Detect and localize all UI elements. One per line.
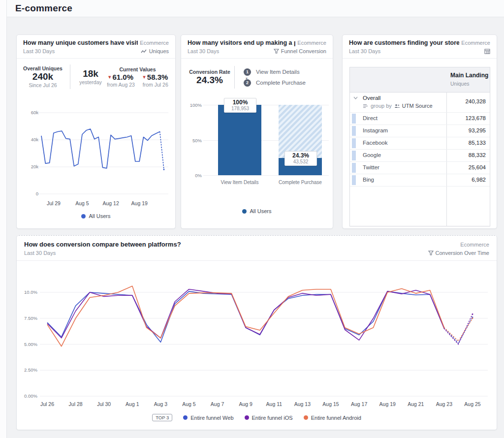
legend-dot-icon <box>183 415 188 420</box>
card-unique-visitors: How many unique customers have visited .… <box>16 34 176 229</box>
card-title[interactable]: How does conversion compare between plat… <box>24 241 181 248</box>
table-row[interactable]: Google88,332 <box>350 150 490 162</box>
card-source-link[interactable]: Ecommerce <box>297 40 326 46</box>
y-axis-tick: 50% <box>185 137 202 143</box>
legend-label: Entire funnel iOS <box>252 415 293 421</box>
legend-dot-icon <box>304 415 308 420</box>
card-header: How many visitors end up making a purcha… <box>181 35 333 59</box>
table-cell-value: 85,133 <box>469 140 486 146</box>
row-color-swatch <box>352 175 356 185</box>
table-row[interactable]: Facebook85,133 <box>350 137 490 150</box>
legend-item[interactable]: All Users <box>242 208 271 214</box>
x-axis-tick: Aug 19 <box>379 401 396 407</box>
current-values-label: Current Values <box>119 66 156 72</box>
y-axis-tick: 2.50% <box>24 367 37 373</box>
series-line-projected <box>444 317 472 344</box>
card-title[interactable]: How are customers finding your store? <box>349 39 459 46</box>
people-icon <box>394 104 400 108</box>
legend-item[interactable]: All Users <box>81 213 110 219</box>
chart-legend: TOP 3Entire funnel WebEntire funnel iOSE… <box>17 414 497 421</box>
table-row[interactable]: Direct123,678 <box>350 113 490 125</box>
table-row[interactable]: Bing6,982 <box>350 174 490 187</box>
card-source-link[interactable]: Ecommerce <box>460 242 489 248</box>
funnel-step-2: 2 Complete Purchase <box>244 79 306 87</box>
card-header: How many unique customers have visited .… <box>17 35 175 59</box>
legend-dot-icon <box>242 209 247 214</box>
table-cell-name: Instagram <box>363 127 388 133</box>
x-axis-tick: Aug 15 <box>322 401 339 407</box>
series-end-dot <box>472 313 473 315</box>
y-axis-tick: 10.0% <box>24 289 37 295</box>
card-traffic-sources: How are customers finding your store? Ec… <box>342 34 497 229</box>
overall-label: Overall <box>363 95 380 101</box>
legend-item[interactable]: Entire funnel Web <box>183 415 233 421</box>
chart-type-label: Uniques <box>149 48 169 54</box>
legend-dot-icon <box>81 214 86 219</box>
date-range-label: Last 30 Days <box>23 48 55 54</box>
arrow-down-icon: ▾ <box>108 74 111 80</box>
x-axis-tick: Aug 25 <box>464 401 480 407</box>
table-row-overall[interactable]: Overall group by UTM Source 240,328 <box>350 93 490 113</box>
card-title[interactable]: How many unique customers have visited .… <box>23 39 138 46</box>
series-line <box>47 289 444 340</box>
x-axis-tick: Aug 1 <box>126 401 139 407</box>
y-axis-tick: 0 <box>36 191 38 196</box>
x-axis-tick: Aug 3 <box>154 401 168 407</box>
x-axis-tick: View Item Details <box>210 180 269 185</box>
row-color-swatch <box>352 138 356 148</box>
table-row[interactable]: Instagram93,295 <box>350 125 490 137</box>
funnel-icon <box>274 49 279 54</box>
x-axis-tick: Aug 17 <box>351 401 367 407</box>
overall-uniques-sub: Since Jul 26 <box>29 82 57 88</box>
card-source-link[interactable]: Ecommerce <box>140 40 169 46</box>
conversion-line-chart[interactable]: 0.00%2.50%5.00%7.50%10.0%Jul 26Jul 28Jul… <box>22 277 492 411</box>
table-cell-value: 123,678 <box>465 115 486 121</box>
legend-item[interactable]: Entire funnel iOS <box>245 415 293 421</box>
card-title[interactable]: How many visitors end up making a purcha… <box>188 39 295 46</box>
card-source-link[interactable]: Ecommerce <box>461 40 490 46</box>
chart-type-label: Conversion Over Time <box>436 250 489 256</box>
x-axis-tick: Aug 5 <box>75 200 89 206</box>
column-header-main: Main Landing <box>450 72 488 79</box>
stats-row: Conversion Rate 24.3% 1 View Item Detail… <box>181 59 333 93</box>
table-row[interactable]: Twitter25,604 <box>350 162 490 174</box>
overall-uniques-value: 240k <box>32 71 53 82</box>
legend-label: All Users <box>250 208 271 214</box>
funnel-bar-chart[interactable]: 0%50%100%100%178,953View Item Details24.… <box>188 105 326 175</box>
stats-row: Overall Uniques 240k Since Jul 26 18k ye… <box>17 59 175 93</box>
card-header: How does conversion compare between plat… <box>17 236 497 261</box>
series-line-projected <box>444 318 472 341</box>
legend-label: Entire funnel Android <box>311 415 361 421</box>
series-line <box>47 286 444 346</box>
series-end-dot <box>472 317 473 319</box>
funnel-steps: 1 View Item Details ▾ 2 Complete Purchas… <box>244 68 306 87</box>
y-axis-tick: 20k <box>31 164 39 169</box>
topbar: E-commerce <box>7 0 504 17</box>
conversion-rate-label: Conversion Rate <box>189 69 230 75</box>
series-end-dot <box>163 169 165 170</box>
chevron-down-icon[interactable] <box>353 96 358 99</box>
y-axis-tick: 60k <box>31 110 39 115</box>
x-axis-tick: Aug 21 <box>408 401 424 407</box>
series-line-projected <box>160 132 164 170</box>
table-column-header: Main Landing Uniques <box>350 67 490 93</box>
yesterday-label: yesterday <box>79 79 102 85</box>
conversion-rate-value: 24.3% <box>196 75 223 86</box>
uniques-line-chart[interactable]: 020k40k60kJul 29Aug 5Aug 12Aug 19 <box>20 104 172 210</box>
y-axis-tick: 0.00% <box>24 393 37 399</box>
x-axis-tick: Aug 9 <box>239 401 252 407</box>
table-cell-name: Bing <box>363 177 374 183</box>
x-axis-tick: Aug 19 <box>131 200 148 206</box>
top3-badge[interactable]: TOP 3 <box>152 414 172 421</box>
legend-item[interactable]: Entire funnel Android <box>304 415 361 421</box>
group-by-label: group by <box>371 103 392 109</box>
sidebar-strip <box>0 0 7 438</box>
x-axis-tick: Aug 7 <box>211 401 224 407</box>
yesterday-value: 18k <box>83 68 98 79</box>
funnel-bar[interactable] <box>218 105 261 175</box>
table-cell-value: 93,295 <box>469 127 486 133</box>
x-axis-tick: Aug 23 <box>436 401 452 407</box>
chart-legend: All Users <box>17 213 175 219</box>
funnel-step-1: 1 View Item Details <box>244 68 306 76</box>
y-axis-tick: 7.50% <box>24 315 37 321</box>
